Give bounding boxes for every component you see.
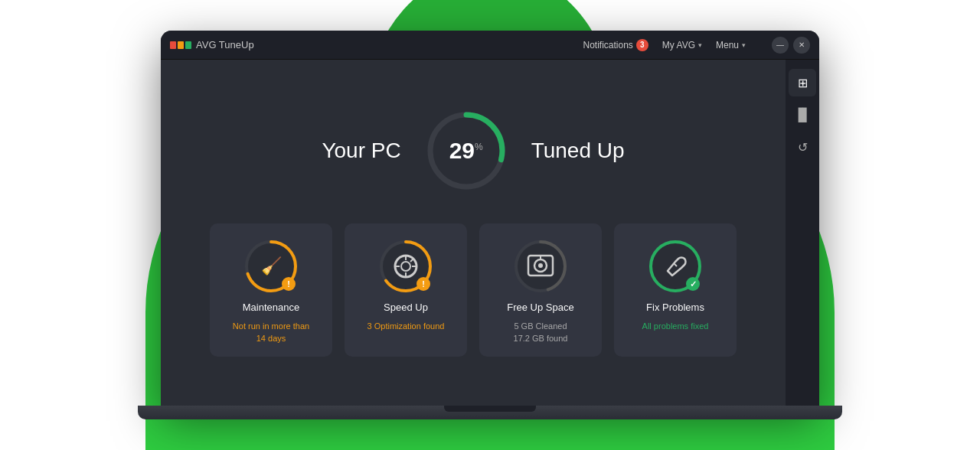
logo-block-green bbox=[185, 41, 191, 49]
card-speedup[interactable]: ! Speed Up 3 Optimization found bbox=[345, 223, 467, 357]
card-fixproblems[interactable]: ✓ Fix Problems All problems fixed bbox=[614, 223, 737, 357]
score-right-label: Tuned Up bbox=[531, 139, 625, 163]
close-button[interactable]: ✕ bbox=[793, 37, 810, 54]
card-title-maintenance: Maintenance bbox=[243, 302, 299, 313]
my-avg-chevron-icon: ▾ bbox=[698, 41, 702, 49]
card-freeupspace[interactable]: Free Up Space 5 GB Cleaned17.2 GB found bbox=[479, 223, 602, 357]
card-badge-fixproblems: ✓ bbox=[686, 277, 700, 291]
card-maintenance[interactable]: 🧹 ! Maintenance Not run in more than14 d… bbox=[210, 223, 332, 357]
laptop-wrapper: AVG TuneUp Notifications 3 My AVG ▾ Menu… bbox=[138, 31, 842, 419]
my-avg-button[interactable]: My AVG ▾ bbox=[662, 40, 702, 51]
app-name: AVG TuneUp bbox=[196, 39, 254, 51]
card-arc-svg-freeupspace bbox=[513, 239, 568, 294]
window-controls: — ✕ bbox=[772, 37, 810, 54]
score-circle: 29% bbox=[424, 109, 508, 193]
card-icon-maintenance: 🧹 ! bbox=[243, 239, 299, 294]
notifications-label: Notifications bbox=[583, 40, 632, 51]
menu-button[interactable]: Menu ▾ bbox=[716, 40, 746, 51]
laptop-screen: AVG TuneUp Notifications 3 My AVG ▾ Menu… bbox=[161, 31, 819, 406]
svg-point-18 bbox=[538, 263, 543, 268]
main-content: Your PC 29% bbox=[161, 60, 786, 406]
card-subtitle-maintenance: Not run in more than14 days bbox=[233, 321, 309, 344]
avg-logo-icon bbox=[170, 41, 191, 49]
card-title-speedup: Speed Up bbox=[384, 302, 428, 313]
card-title-fixproblems: Fix Problems bbox=[646, 302, 704, 313]
my-avg-label: My AVG bbox=[662, 40, 695, 51]
score-section: Your PC 29% bbox=[322, 109, 624, 193]
minimize-button[interactable]: — bbox=[772, 37, 789, 54]
card-icon-freeupspace bbox=[513, 239, 568, 294]
score-percent-symbol: % bbox=[475, 142, 483, 152]
logo-block-red bbox=[170, 41, 176, 49]
card-badge-speedup: ! bbox=[416, 277, 430, 291]
titlebar-nav: Notifications 3 My AVG ▾ Menu ▾ — ✕ bbox=[583, 37, 810, 54]
right-sidebar: ⊞ ▐▌ ↺ bbox=[786, 60, 819, 406]
score-value: 29 bbox=[449, 138, 475, 163]
menu-label: Menu bbox=[716, 40, 739, 51]
logo-block-orange bbox=[178, 41, 184, 49]
sidebar-undo-icon[interactable]: ↺ bbox=[789, 133, 816, 161]
app-logo: AVG TuneUp bbox=[170, 39, 583, 51]
svg-text:🧹: 🧹 bbox=[261, 256, 283, 276]
menu-chevron-icon: ▾ bbox=[742, 41, 746, 49]
notifications-badge: 3 bbox=[636, 39, 648, 51]
score-text: 29% bbox=[449, 139, 483, 162]
card-subtitle-speedup: 3 Optimization found bbox=[368, 321, 445, 332]
score-number: 29% bbox=[449, 138, 483, 163]
card-subtitle-freeupspace: 5 GB Cleaned17.2 GB found bbox=[514, 321, 568, 344]
card-badge-maintenance: ! bbox=[282, 277, 296, 291]
card-title-freeupspace: Free Up Space bbox=[507, 302, 573, 313]
titlebar: AVG TuneUp Notifications 3 My AVG ▾ Menu… bbox=[161, 31, 819, 60]
card-subtitle-fixproblems: All problems fixed bbox=[642, 321, 709, 332]
card-icon-fixproblems: ✓ bbox=[648, 239, 703, 294]
cards-section: 🧹 ! Maintenance Not run in more than14 d… bbox=[210, 223, 737, 357]
sidebar-grid-icon[interactable]: ⊞ bbox=[789, 69, 816, 96]
laptop-base bbox=[138, 406, 842, 419]
card-icon-speedup: ! bbox=[378, 239, 433, 294]
score-left-label: Your PC bbox=[322, 139, 400, 163]
sidebar-chart-icon[interactable]: ▐▌ bbox=[789, 101, 816, 129]
notifications-button[interactable]: Notifications 3 bbox=[583, 39, 648, 51]
